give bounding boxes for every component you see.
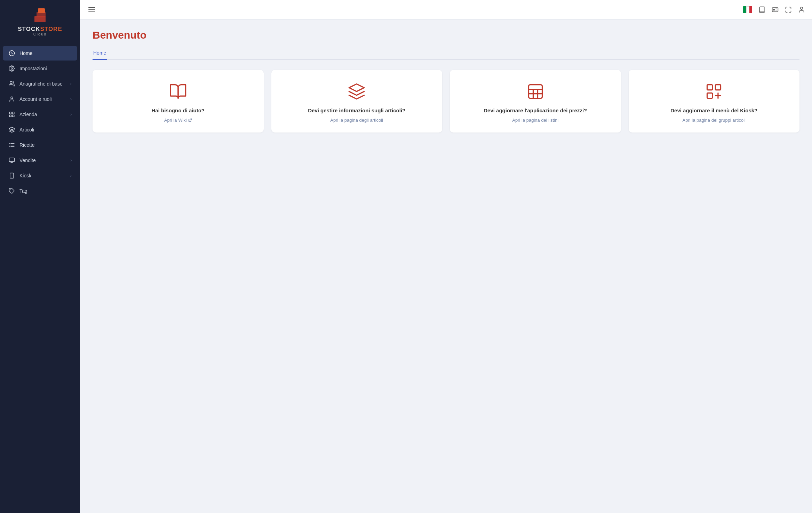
svg-rect-8 [13,112,14,114]
sidebar-item-tag[interactable]: Tag [3,184,77,198]
flag-white [746,6,749,13]
sidebar-item-account[interactable]: Account e ruoli › [3,92,77,106]
svg-rect-35 [716,85,721,90]
sidebar: STOCKSTORE Cloud Home Impostazioni [0,0,80,513]
flag-green [743,6,746,13]
topbar [80,0,812,19]
chevron-anagrafiche: › [70,81,72,86]
layers-stack-icon [348,82,366,101]
card-prices-title: Devi aggiornare l'applicazione dei prezz… [484,107,587,114]
book-open-icon [169,82,187,101]
main-content: Benvenuto Home Hai bisogno di aiuto? Apr… [80,0,812,513]
contacts-icon [8,80,15,87]
page-content: Benvenuto Home Hai bisogno di aiuto? Apr… [80,19,812,513]
settings-icon [8,65,15,72]
external-link-icon [188,118,192,122]
chevron-vendite: › [70,158,72,163]
tabs-bar: Home [93,47,799,60]
svg-point-5 [10,81,12,83]
card-kiosk-title: Devi aggiornare il menù del Kiosk? [670,107,757,114]
book-icon [758,6,765,13]
sidebar-label-vendite: Vendite [19,158,70,163]
hamburger-line-1 [88,7,95,8]
sidebar-label-anagrafiche: Anagrafiche di base [19,81,70,87]
card-articles[interactable]: Devi gestire informazioni sugli articoli… [271,70,443,133]
ricette-icon [8,142,15,149]
chevron-azienda: › [70,112,72,117]
tab-home[interactable]: Home [93,47,107,60]
logo-sub: Cloud [33,32,47,36]
svg-marker-11 [9,127,15,130]
card-articles-title: Devi gestire informazioni sugli articoli… [308,107,405,114]
logo-text: STOCKSTORE [18,24,62,33]
topbar-right [743,6,805,13]
sidebar-label-azienda: Azienda [19,112,70,117]
fullscreen-icon [785,6,792,13]
svg-point-6 [11,97,13,99]
svg-rect-9 [9,115,11,117]
grid-icon [8,111,15,118]
hamburger-button[interactable] [87,6,97,14]
id-card-icon [772,6,779,13]
sidebar-label-articoli: Articoli [19,127,72,133]
sidebar-item-ricette[interactable]: Ricette [3,138,77,152]
chevron-account: › [70,97,72,102]
card-kiosk-link[interactable]: Apri la pagina dei gruppi articoli [683,118,746,123]
table-icon [526,82,544,101]
sidebar-label-kiosk: Kiosk [19,173,70,178]
svg-rect-7 [9,112,11,114]
flag-red [749,6,752,13]
svg-rect-36 [707,93,713,98]
kiosk-icon [8,172,15,179]
sidebar-label-impostazioni: Impostazioni [19,66,72,71]
sidebar-item-kiosk[interactable]: Kiosk › [3,168,77,183]
home-icon [8,50,15,57]
svg-rect-2 [38,8,45,13]
sidebar-item-articoli[interactable]: Articoli [3,122,77,137]
sidebar-item-home[interactable]: Home [3,46,77,61]
flag-it-icon[interactable] [743,6,752,13]
logo-icon [31,6,49,24]
topbar-left [87,6,97,14]
svg-line-27 [190,119,191,120]
hamburger-line-2 [88,9,95,10]
card-help-title: Hai bisogno di aiuto? [152,107,205,114]
sidebar-item-azienda[interactable]: Azienda › [3,107,77,122]
svg-rect-18 [9,158,15,162]
sidebar-item-anagrafiche[interactable]: Anagrafiche di base › [3,77,77,91]
sidebar-label-home: Home [19,50,72,56]
account-icon [798,6,805,13]
sidebar-label-tag: Tag [19,188,72,194]
apps-plus-icon [705,82,723,101]
cards-grid: Hai bisogno di aiuto? Apri la Wiki [93,70,799,133]
svg-point-26 [801,7,803,9]
docs-button[interactable] [758,6,765,13]
sidebar-logo: STOCKSTORE Cloud [0,0,80,42]
vendite-icon [8,157,15,164]
card-articles-link[interactable]: Apri la pagina degli articoli [330,118,383,123]
page-title: Benvenuto [93,29,799,41]
layers-icon [8,126,15,133]
sidebar-nav: Home Impostazioni Anagrafiche di base › [0,42,80,513]
id-card-button[interactable] [772,6,779,13]
chevron-kiosk: › [70,173,72,178]
svg-point-4 [11,68,13,70]
svg-marker-28 [349,84,364,91]
sidebar-item-impostazioni[interactable]: Impostazioni [3,61,77,76]
sidebar-label-account: Account e ruoli [19,96,70,102]
svg-point-25 [773,9,774,10]
card-help-link[interactable]: Apri la Wiki [164,118,192,123]
sidebar-label-ricette: Ricette [19,142,72,148]
account-button[interactable] [798,6,805,13]
user-icon [8,96,15,103]
sidebar-item-vendite[interactable]: Vendite › [3,153,77,168]
tag-icon [8,187,15,194]
svg-rect-34 [707,85,713,90]
card-prices-link[interactable]: Apri la pagina dei listini [512,118,558,123]
card-kiosk-menu[interactable]: Devi aggiornare il menù del Kiosk? Apri … [629,70,800,133]
svg-rect-29 [528,85,542,98]
card-help[interactable]: Hai bisogno di aiuto? Apri la Wiki [93,70,264,133]
fullscreen-button[interactable] [785,6,792,13]
card-prices[interactable]: Devi aggiornare l'applicazione dei prezz… [450,70,621,133]
svg-rect-10 [13,115,14,117]
